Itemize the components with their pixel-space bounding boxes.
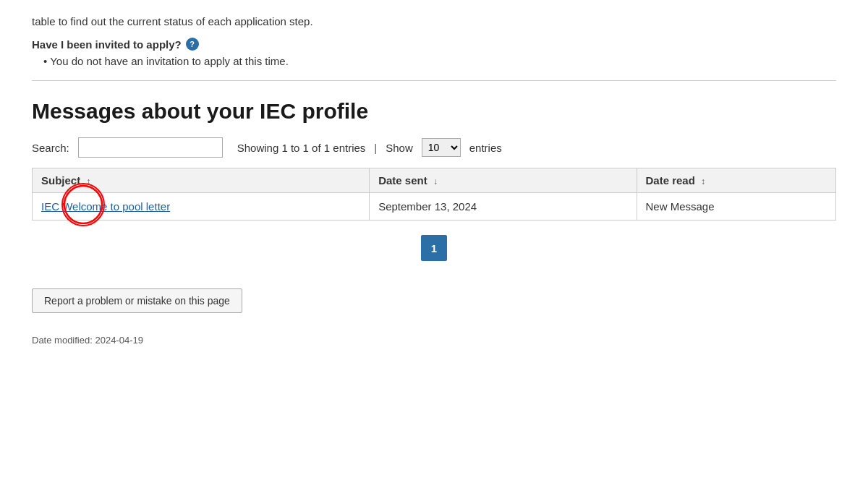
- date-sent-sort-icon: ↓: [433, 176, 438, 187]
- date-read-sort-icon: ↕: [701, 176, 705, 187]
- report-button[interactable]: Report a problem or mistake on this page: [32, 288, 242, 313]
- table-header: Subject ↕ Date sent ↓ Date read ↕: [33, 168, 836, 193]
- messages-section: Messages about your IEC profile Search: …: [32, 98, 836, 346]
- invitation-question-text: Have I been invited to apply?: [32, 38, 182, 51]
- subject-sort-icon: ↕: [86, 176, 90, 187]
- report-button-label: Report a problem or mistake on this page: [44, 295, 230, 307]
- help-icon[interactable]: ?: [186, 38, 199, 51]
- date-read-value: New Message: [646, 200, 715, 213]
- messages-title: Messages about your IEC profile: [32, 98, 836, 124]
- invitation-answer-text: You do not have an invitation to apply a…: [50, 55, 289, 67]
- search-input[interactable]: [78, 137, 223, 158]
- invitation-section: Have I been invited to apply? ? • You do…: [32, 38, 836, 81]
- col-date-sent[interactable]: Date sent ↓: [370, 168, 637, 193]
- intro-text-span: table to find out the current status of …: [32, 15, 313, 27]
- intro-partial-text: table to find out the current status of …: [32, 13, 836, 30]
- invitation-answer: • You do not have an invitation to apply…: [43, 55, 836, 67]
- table-row: IEC Welcome to pool letter September 13,…: [33, 193, 836, 221]
- entries-suffix: entries: [469, 142, 502, 154]
- invitation-question: Have I been invited to apply? ?: [32, 38, 836, 51]
- cell-subject: IEC Welcome to pool letter: [33, 193, 370, 221]
- search-label: Search:: [32, 142, 69, 154]
- date-modified-value: 2024-04-19: [95, 335, 143, 346]
- table-controls: Search: Showing 1 to 1 of 1 entries | Sh…: [32, 137, 836, 158]
- col-date-read[interactable]: Date read ↕: [637, 168, 836, 193]
- table-body: IEC Welcome to pool letter September 13,…: [33, 193, 836, 221]
- date-modified: Date modified: 2024-04-19: [32, 335, 836, 346]
- divider-pipe: |: [374, 142, 377, 154]
- date-sent-value: September 13, 2024: [378, 200, 477, 213]
- messages-table: Subject ↕ Date sent ↓ Date read ↕ IEC We…: [32, 168, 836, 221]
- page-1-button[interactable]: 1: [421, 235, 447, 261]
- cell-date-read: New Message: [637, 193, 836, 221]
- col-subject[interactable]: Subject ↕: [33, 168, 370, 193]
- show-label: Show: [386, 142, 413, 154]
- date-modified-label: Date modified:: [32, 335, 93, 346]
- cell-date-sent: September 13, 2024: [370, 193, 637, 221]
- entries-select[interactable]: 10 25 50 100: [422, 138, 461, 157]
- page-wrapper: table to find out the current status of …: [14, 0, 854, 374]
- subject-link[interactable]: IEC Welcome to pool letter: [41, 200, 170, 213]
- pagination: 1: [32, 235, 836, 261]
- page-1-label: 1: [431, 242, 437, 254]
- subject-text: IEC Welcome to pool letter: [41, 200, 170, 213]
- entries-info: Showing 1 to 1 of 1 entries: [237, 142, 366, 154]
- report-section: Report a problem or mistake on this page: [32, 283, 836, 313]
